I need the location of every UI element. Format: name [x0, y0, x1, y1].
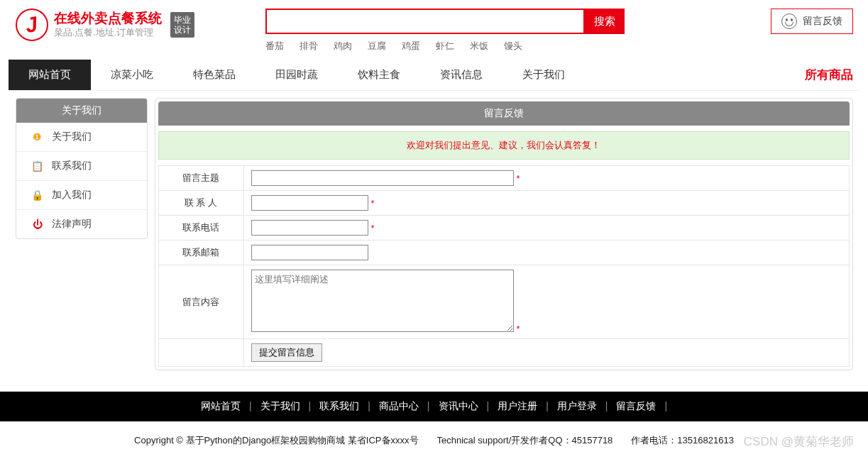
site-title: 在线外卖点餐系统 [54, 11, 162, 27]
input-subject[interactable] [251, 170, 514, 186]
badge: 毕业 设计 [170, 12, 194, 38]
label-contact: 联 系 人 [158, 191, 243, 216]
welcome-message: 欢迎对我们提出意见、建议，我们会认真答复！ [158, 131, 850, 160]
nav-item[interactable]: 田园时蔬 [256, 60, 338, 90]
nav-item[interactable]: 关于我们 [502, 60, 585, 90]
hotword[interactable]: 鸡肉 [334, 40, 352, 52]
required-mark: * [517, 323, 520, 334]
logo-icon: J [16, 9, 48, 41]
input-body[interactable] [251, 270, 514, 332]
submit-button[interactable]: 提交留言信息 [251, 343, 322, 362]
footer-nav: 网站首页|关于我们|联系我们|商品中心|资讯中心|用户注册|用户登录|留言反馈| [0, 392, 868, 421]
info-icon: ❶ [32, 131, 43, 143]
footer-link[interactable]: 网站首页 [197, 400, 245, 411]
form-row-contact: 联 系 人 * [158, 191, 849, 216]
required-mark: * [371, 198, 375, 209]
logo-area: J 在线外卖点餐系统 菜品.点餐.地址.订单管理 毕业 设计 [16, 9, 194, 41]
nav-item[interactable]: 网站首页 [9, 60, 91, 90]
search-button[interactable]: 搜索 [585, 9, 625, 34]
sidebar-item-join[interactable]: 🔒 加入我们 [16, 181, 147, 210]
footer-link[interactable]: 用户注册 [493, 400, 542, 411]
face-icon [781, 13, 797, 29]
hotword[interactable]: 排骨 [300, 40, 318, 52]
required-mark: * [517, 173, 520, 184]
nav-item[interactable]: 凉菜小吃 [91, 60, 173, 90]
feedback-button[interactable]: 留言反馈 [771, 9, 853, 34]
sidebar-title: 关于我们 [16, 99, 147, 123]
sidebar: 关于我们 ❶ 关于我们 📋 联系我们 🔒 加入我们 ⏻ 法律声明 [16, 98, 148, 239]
input-contact[interactable] [251, 195, 368, 211]
form-row-email: 联系邮箱 [158, 240, 849, 265]
site-subtitle: 菜品.点餐.地址.订单管理 [54, 26, 162, 39]
footer-link[interactable]: 资讯中心 [434, 400, 483, 411]
sidebar-item-label: 加入我们 [52, 189, 92, 201]
sidebar-item-label: 关于我们 [52, 131, 92, 143]
nav-item[interactable]: 特色菜品 [173, 60, 256, 90]
form-row-submit: 提交留言信息 [158, 339, 849, 367]
main-nav: 网站首页凉菜小吃特色菜品田园时蔬饮料主食资讯信息关于我们所有商品 [9, 60, 860, 91]
hotword[interactable]: 豆腐 [368, 40, 386, 52]
input-email[interactable] [251, 245, 368, 260]
footer-link[interactable]: 关于我们 [256, 400, 304, 411]
footer-link[interactable]: 商品中心 [375, 400, 423, 411]
label-phone: 联系电话 [158, 216, 243, 240]
input-phone[interactable] [251, 220, 368, 236]
sidebar-item-label: 联系我们 [52, 160, 92, 172]
label-subject: 留言主题 [158, 166, 243, 191]
copyright-text: Copyright © 基于Python的Django框架校园购物商城 某省IC… [134, 435, 734, 446]
label-body: 留言内容 [158, 265, 243, 339]
feedback-form: 留言主题 * 联 系 人 * 联系电话 * 联系邮箱 留言内容 * [158, 165, 850, 367]
lock-icon: 🔒 [32, 189, 43, 201]
hotword[interactable]: 虾仁 [436, 40, 454, 52]
footer-link[interactable]: 留言反馈 [612, 400, 660, 411]
hotword[interactable]: 馒头 [504, 40, 522, 52]
form-row-subject: 留言主题 * [158, 166, 849, 191]
all-goods-link[interactable]: 所有商品 [805, 67, 860, 83]
label-email: 联系邮箱 [158, 240, 243, 265]
nav-item[interactable]: 饮料主食 [338, 60, 420, 90]
search-input[interactable] [265, 9, 585, 34]
sidebar-item-contact[interactable]: 📋 联系我们 [16, 152, 147, 181]
form-row-body: 留言内容 * [158, 265, 849, 339]
content-title: 留言反馈 [158, 101, 850, 126]
footer-link[interactable]: 联系我们 [315, 400, 363, 411]
required-mark: * [371, 223, 375, 233]
footer-copyright: Copyright © 基于Python的Django框架校园购物商城 某省IC… [0, 421, 868, 459]
hot-words: 番茄排骨鸡肉豆腐鸡蛋虾仁米饭馒头 [265, 40, 625, 52]
content-panel: 留言反馈 欢迎对我们提出意见、建议，我们会认真答复！ 留言主题 * 联 系 人 … [155, 98, 853, 370]
document-icon: 📋 [32, 160, 43, 172]
sidebar-item-about[interactable]: ❶ 关于我们 [16, 123, 147, 152]
hotword[interactable]: 米饭 [470, 40, 488, 52]
power-icon: ⏻ [32, 219, 43, 230]
feedback-button-label: 留言反馈 [803, 15, 842, 28]
sidebar-item-legal[interactable]: ⏻ 法律声明 [16, 210, 147, 238]
hotword[interactable]: 鸡蛋 [402, 40, 420, 52]
watermark: CSDN @黄菊华老师 [744, 433, 854, 450]
nav-item[interactable]: 资讯信息 [420, 60, 502, 90]
footer-link[interactable]: 用户登录 [553, 400, 601, 411]
hotword[interactable]: 番茄 [265, 40, 284, 52]
form-row-phone: 联系电话 * [158, 216, 849, 240]
sidebar-item-label: 法律声明 [52, 218, 92, 231]
